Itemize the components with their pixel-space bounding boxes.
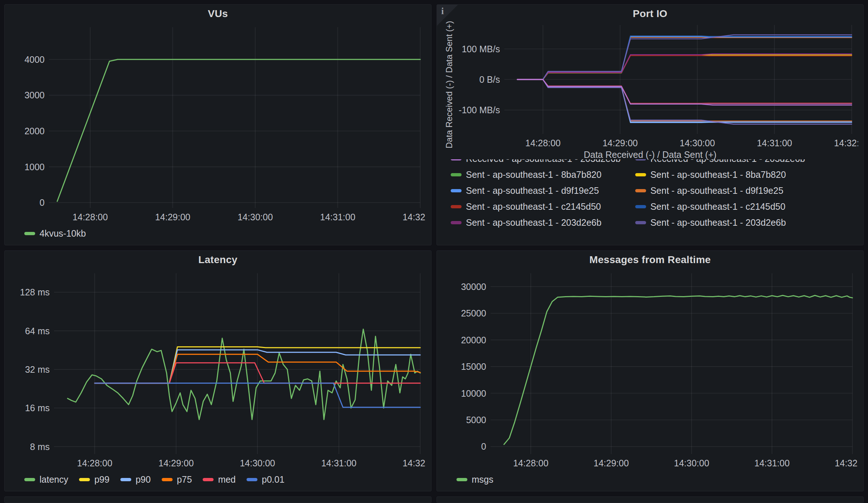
x-tick-label: 14:32:00 — [402, 212, 426, 222]
x-tick-label: 14:29:00 — [594, 458, 629, 468]
panel-title-msgs[interactable]: Messages from Realtime — [442, 254, 858, 267]
y-tick-label: -100 MB/s — [459, 105, 500, 115]
legend-item[interactable]: latency — [24, 474, 68, 485]
panel-title-portio[interactable]: Port IO — [442, 8, 858, 21]
panel-title-latency[interactable]: Latency — [10, 254, 426, 267]
panel-title-vus[interactable]: VUs — [10, 8, 426, 21]
legend-label: Sent - ap-southeast-1 - 8ba7b820 — [466, 169, 602, 180]
y-tick-label: 10000 — [461, 388, 486, 398]
legend-label: med — [218, 474, 236, 485]
legend-item[interactable]: Sent - ap-southeast-1 - c2145d50 — [635, 199, 805, 214]
chart-msgs[interactable]: 05000100001500020000250003000014:28:0014… — [442, 267, 858, 471]
x-tick-label: 14:30:00 — [240, 458, 275, 468]
legend-item[interactable]: Sent - ap-southeast-1 - d9f19e25 — [635, 183, 805, 199]
y-tick-label: 0 B/s — [479, 74, 500, 85]
legend-portio: Received - ap-southeast-1 - 203d2e6bRece… — [451, 159, 858, 230]
y-tick-label: 20000 — [461, 335, 486, 345]
y-tick-label: 1000 — [24, 162, 45, 172]
info-icon[interactable]: i — [441, 6, 444, 16]
legend-label: p90 — [136, 474, 151, 485]
legend-item[interactable]: Sent - ap-southeast-1 - d9f19e25 — [451, 183, 621, 199]
legend-swatch — [451, 173, 462, 176]
legend-swatch — [635, 221, 646, 224]
series-line — [57, 60, 420, 201]
y-tick-label: 8 ms — [30, 442, 50, 452]
series-line — [517, 54, 852, 79]
legend-label: p0.01 — [262, 474, 285, 485]
series-line — [517, 79, 852, 105]
legend-label: Sent - ap-southeast-1 - c2145d50 — [650, 201, 785, 212]
legend-label: Received - ap-southeast-1 - 203d2e6b — [466, 159, 621, 164]
y-tick-label: 64 ms — [25, 326, 50, 336]
legend-swatch — [635, 173, 646, 176]
legend-item[interactable]: p99 — [79, 474, 109, 485]
x-tick-label: 14:30:00 — [237, 212, 273, 222]
legend-item[interactable]: Sent - ap-southeast-1 - 8ba7b820 — [635, 167, 805, 183]
panel-msgs: Messages from Realtime 05000100001500020… — [437, 250, 864, 491]
legend-swatch — [635, 205, 646, 208]
series-line — [517, 56, 852, 79]
chart-vus[interactable]: 0100020003000400014:28:0014:29:0014:30:0… — [10, 21, 426, 225]
x-tick-label: 14:32:00 — [834, 138, 858, 148]
y-tick-label: 15000 — [461, 361, 486, 372]
legend-item[interactable]: 4kvus-10kb — [24, 228, 86, 239]
legend-item[interactable]: Sent - ap-southeast-1 - 8ba7b820 — [451, 167, 621, 183]
y-tick-label: 0 — [40, 197, 45, 208]
x-tick-label: 14:31:00 — [321, 458, 356, 468]
legend-item[interactable]: Sent - ap-southeast-1 - c2145d50 — [451, 199, 621, 214]
legend-swatch — [162, 478, 173, 481]
legend-swatch — [635, 159, 646, 160]
y-tick-label: 5000 — [466, 415, 486, 425]
legend-label: Sent - ap-southeast-1 - c2145d50 — [466, 201, 601, 212]
y-tick-label: 30000 — [461, 282, 486, 292]
panel-vus: VUs 0100020003000400014:28:0014:29:0014:… — [4, 4, 431, 245]
legend-swatch — [451, 159, 462, 160]
dashboard: VUs 0100020003000400014:28:0014:29:0014:… — [0, 0, 868, 503]
chart-latency[interactable]: 8 ms16 ms32 ms64 ms128 ms14:28:0014:29:0… — [10, 267, 426, 471]
x-tick-label: 14:31:00 — [755, 458, 790, 468]
legend-item[interactable]: p90 — [120, 474, 151, 485]
legend-item[interactable]: Received - ap-southeast-1 - 203d2e6b — [451, 159, 621, 167]
x-tick-label: 14:28:00 — [77, 458, 112, 468]
legend-swatch — [24, 232, 35, 235]
legend-label: p99 — [94, 474, 109, 485]
series-line — [517, 79, 852, 104]
legend-item[interactable]: msgs — [456, 474, 493, 485]
x-tick-label: 14:31:00 — [757, 138, 792, 148]
legend-item[interactable]: p0.01 — [247, 474, 285, 485]
legend-item[interactable]: Received - ap-southeast-1 - 203d2e6b — [635, 159, 805, 167]
portio-y-axis-label: Data Received (-) / Data Sent (+) — [444, 21, 454, 148]
legend-item[interactable]: med — [203, 474, 236, 485]
x-tick-label: 14:31:00 — [320, 212, 355, 222]
legend-label: Sent - ap-southeast-1 - 203d2e6b — [466, 217, 602, 228]
legend-item[interactable]: Sent - ap-southeast-1 - 203d2e6b — [451, 214, 621, 230]
x-tick-label: 14:30:00 — [680, 138, 715, 148]
x-tick-label: 14:32:00 — [835, 458, 858, 468]
y-tick-label: 32 ms — [25, 364, 50, 375]
panel-sliver-right — [437, 496, 864, 503]
panel-info-corner[interactable] — [437, 5, 458, 26]
legend-vus: 4kvus-10kb — [24, 225, 426, 242]
legend-label: Sent - ap-southeast-1 - 8ba7b820 — [650, 169, 786, 180]
legend-label: Sent - ap-southeast-1 - 203d2e6b — [650, 217, 786, 228]
legend-swatch — [203, 478, 214, 481]
legend-swatch — [451, 205, 462, 208]
legend-label: msgs — [472, 474, 493, 485]
x-tick-label: 14:29:00 — [158, 458, 194, 468]
panel-latency: Latency 8 ms16 ms32 ms64 ms128 ms14:28:0… — [4, 250, 431, 491]
legend-swatch — [635, 189, 646, 192]
legend-msgs: msgs — [456, 471, 858, 488]
legend-swatch — [79, 478, 90, 481]
legend-swatch — [247, 478, 257, 481]
legend-swatch — [24, 478, 35, 481]
y-tick-label: 16 ms — [25, 403, 50, 413]
legend-swatch — [451, 221, 462, 224]
x-tick-label: 14:28:00 — [525, 138, 561, 148]
legend-swatch — [456, 478, 467, 481]
chart-portio[interactable]: 100 MB/s0 B/s-100 MB/s14:28:0014:29:0014… — [442, 21, 858, 150]
legend-item[interactable]: p75 — [162, 474, 192, 485]
series-line — [517, 79, 852, 103]
legend-item[interactable]: Sent - ap-southeast-1 - 203d2e6b — [635, 214, 805, 230]
legend-label: latency — [40, 474, 68, 485]
series-line — [504, 295, 852, 445]
